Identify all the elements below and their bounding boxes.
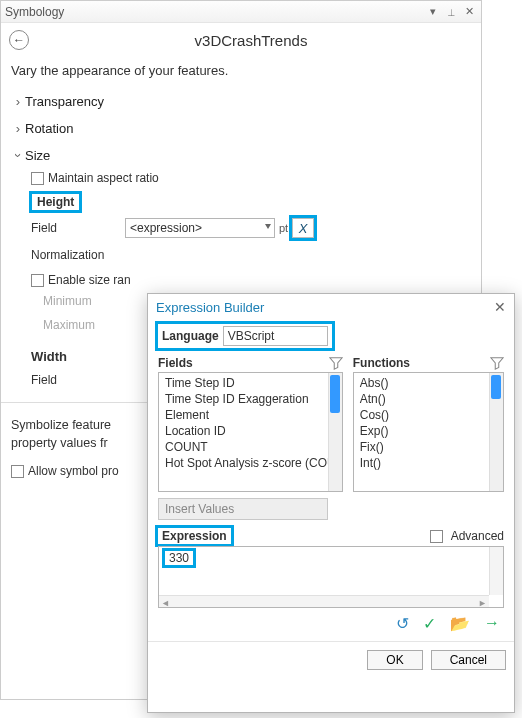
language-value: VBScript xyxy=(228,329,275,343)
chevron-right-icon: › xyxy=(11,94,25,109)
expression-textarea[interactable]: 330 ◄► xyxy=(158,546,504,608)
insert-values-dropdown[interactable]: Insert Values xyxy=(158,498,328,520)
field-label: Field xyxy=(31,221,121,235)
fields-header: Fields xyxy=(158,356,193,370)
list-item[interactable]: Hot Spot Analysis z-score (COU xyxy=(159,455,342,471)
functions-listbox[interactable]: Abs()Atn()Cos()Exp()Fix()Int() xyxy=(353,372,504,492)
scroll-thumb[interactable] xyxy=(330,375,340,413)
insert-values-label: Insert Values xyxy=(165,502,234,516)
expander-transparency[interactable]: › Transparency xyxy=(1,88,481,115)
expander-rotation[interactable]: › Rotation xyxy=(1,115,481,142)
scrollbar[interactable] xyxy=(489,373,503,491)
rotation-label: Rotation xyxy=(25,121,73,136)
close-icon[interactable]: ✕ xyxy=(461,4,477,20)
enable-size-range-checkbox[interactable] xyxy=(31,274,44,287)
field-value: <expression> xyxy=(130,221,202,235)
expression-label: Expression xyxy=(158,528,231,544)
allow-symbol-label: Allow symbol pro xyxy=(28,464,119,478)
list-item[interactable]: Exp() xyxy=(354,423,503,439)
width-field-label: Field xyxy=(31,373,131,387)
maintain-aspect-label: Maintain aspect ratio xyxy=(48,171,159,185)
options-icon[interactable]: ▾ xyxy=(425,4,441,20)
language-selection: Language VBScript xyxy=(158,324,332,348)
ok-button[interactable]: OK xyxy=(367,650,422,670)
go-icon[interactable]: → xyxy=(484,614,500,633)
chevron-right-icon: › xyxy=(11,121,25,136)
advanced-label: Advanced xyxy=(451,529,504,543)
v-scrollbar[interactable] xyxy=(489,547,503,595)
allow-symbol-checkbox[interactable] xyxy=(11,465,24,478)
list-item[interactable]: Atn() xyxy=(354,391,503,407)
list-item[interactable]: Fix() xyxy=(354,439,503,455)
functions-header: Functions xyxy=(353,356,410,370)
titlebar: Symbology ▾ ⟂ ✕ xyxy=(1,1,481,23)
expression-value: 330 xyxy=(165,551,193,565)
pin-icon[interactable]: ⟂ xyxy=(443,4,459,20)
dialog-title: Expression Builder xyxy=(156,300,264,315)
unit-label: pt xyxy=(279,222,288,234)
fields-listbox[interactable]: Time Step IDTime Step ID ExaggerationEle… xyxy=(158,372,343,492)
undo-icon[interactable]: ↺ xyxy=(396,614,409,633)
language-dropdown[interactable]: VBScript xyxy=(223,326,328,346)
scrollbar[interactable] xyxy=(328,373,342,491)
filter-icon[interactable] xyxy=(490,356,504,370)
size-label: Size xyxy=(25,148,50,163)
close-icon[interactable]: ✕ xyxy=(494,299,506,315)
expander-size[interactable]: › Size xyxy=(1,142,481,169)
maintain-aspect-checkbox[interactable] xyxy=(31,172,44,185)
vary-text: Vary the appearance of your features. xyxy=(1,57,481,88)
list-item[interactable]: Int() xyxy=(354,455,503,471)
validate-icon[interactable]: ✓ xyxy=(423,614,436,633)
maintain-aspect-row: Maintain aspect ratio xyxy=(31,169,481,187)
language-label: Language xyxy=(162,329,219,343)
cancel-button[interactable]: Cancel xyxy=(431,650,506,670)
maximum-label: Maximum xyxy=(43,318,143,332)
h-scrollbar[interactable]: ◄► xyxy=(159,595,489,607)
back-button[interactable]: ← xyxy=(9,30,29,50)
dialog-titlebar: Expression Builder ✕ xyxy=(148,294,514,320)
minimum-label: Minimum xyxy=(43,294,143,308)
list-item[interactable]: Cos() xyxy=(354,407,503,423)
list-item[interactable]: Abs() xyxy=(354,375,503,391)
normalization-label: Normalization xyxy=(31,248,131,262)
height-label: Height xyxy=(31,193,80,211)
chevron-down-icon: › xyxy=(11,149,26,163)
list-item[interactable]: Element xyxy=(159,407,342,423)
caret-down-icon xyxy=(265,224,271,229)
enable-size-range-label: Enable size ran xyxy=(48,273,131,287)
expression-builder-button[interactable]: X xyxy=(292,218,314,238)
list-item[interactable]: Time Step ID Exaggeration xyxy=(159,391,342,407)
scroll-thumb[interactable] xyxy=(491,375,501,399)
list-item[interactable]: Location ID xyxy=(159,423,342,439)
advanced-checkbox[interactable] xyxy=(430,530,443,543)
field-dropdown[interactable]: <expression> xyxy=(125,218,275,238)
expression-builder-dialog: Expression Builder ✕ Language VBScript F… xyxy=(147,293,515,713)
subheader: ← v3DCrashTrends xyxy=(1,23,481,57)
pane-title: Symbology xyxy=(5,5,423,19)
folder-icon[interactable]: 📂 xyxy=(450,614,470,633)
transparency-label: Transparency xyxy=(25,94,104,109)
list-item[interactable]: Time Step ID xyxy=(159,375,342,391)
list-item[interactable]: COUNT xyxy=(159,439,342,455)
filter-icon[interactable] xyxy=(329,356,343,370)
layer-name: v3DCrashTrends xyxy=(29,32,473,49)
